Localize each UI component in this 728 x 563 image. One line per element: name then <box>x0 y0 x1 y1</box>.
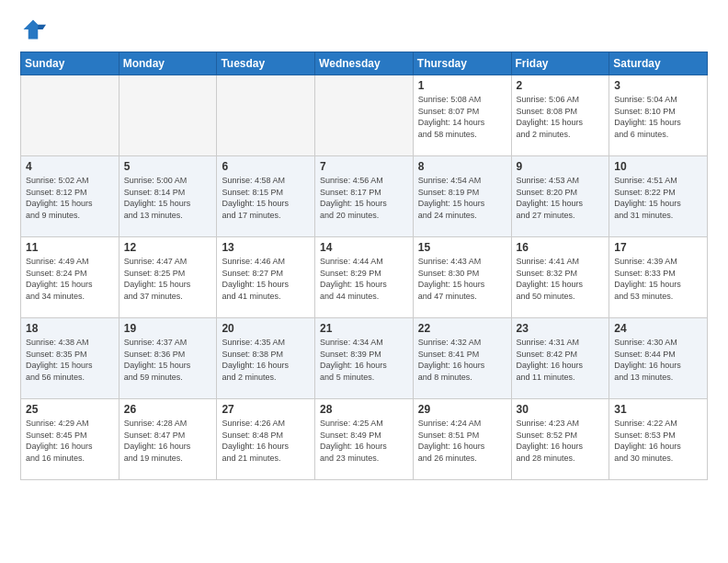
day-header-sunday: Sunday <box>21 52 119 75</box>
calendar-cell: 10Sunrise: 4:51 AM Sunset: 8:22 PM Dayli… <box>609 156 708 237</box>
day-number: 30 <box>517 403 605 416</box>
calendar-cell: 28Sunrise: 4:25 AM Sunset: 8:49 PM Dayli… <box>315 399 414 480</box>
day-info: Sunrise: 4:32 AM Sunset: 8:41 PM Dayligh… <box>418 337 506 383</box>
day-info: Sunrise: 4:28 AM Sunset: 8:47 PM Dayligh… <box>124 418 212 464</box>
calendar-cell: 25Sunrise: 4:29 AM Sunset: 8:45 PM Dayli… <box>21 399 119 480</box>
day-number: 5 <box>124 160 212 173</box>
logo <box>20 17 50 42</box>
day-info: Sunrise: 4:34 AM Sunset: 8:39 PM Dayligh… <box>320 337 408 383</box>
calendar-week-4: 18Sunrise: 4:38 AM Sunset: 8:35 PM Dayli… <box>21 318 708 399</box>
day-number: 2 <box>517 79 605 92</box>
day-info: Sunrise: 4:41 AM Sunset: 8:32 PM Dayligh… <box>517 256 605 302</box>
day-info: Sunrise: 4:37 AM Sunset: 8:36 PM Dayligh… <box>124 337 212 383</box>
day-info: Sunrise: 4:39 AM Sunset: 8:33 PM Dayligh… <box>614 256 702 302</box>
day-number: 29 <box>418 403 506 416</box>
day-number: 26 <box>124 403 212 416</box>
day-number: 11 <box>26 241 114 254</box>
calendar-cell <box>217 75 315 156</box>
calendar-cell: 8Sunrise: 4:54 AM Sunset: 8:19 PM Daylig… <box>413 156 511 237</box>
day-info: Sunrise: 4:35 AM Sunset: 8:38 PM Dayligh… <box>222 337 310 383</box>
calendar-week-5: 25Sunrise: 4:29 AM Sunset: 8:45 PM Dayli… <box>21 399 708 480</box>
calendar-cell: 27Sunrise: 4:26 AM Sunset: 8:48 PM Dayli… <box>217 399 315 480</box>
calendar-cell: 21Sunrise: 4:34 AM Sunset: 8:39 PM Dayli… <box>315 318 414 399</box>
day-number: 8 <box>418 160 506 173</box>
day-number: 23 <box>517 322 605 335</box>
day-number: 7 <box>320 160 408 173</box>
day-number: 10 <box>614 160 702 173</box>
day-info: Sunrise: 4:56 AM Sunset: 8:17 PM Dayligh… <box>320 175 408 221</box>
day-number: 9 <box>517 160 605 173</box>
day-info: Sunrise: 4:43 AM Sunset: 8:30 PM Dayligh… <box>418 256 506 302</box>
calendar-week-2: 4Sunrise: 5:02 AM Sunset: 8:12 PM Daylig… <box>21 156 708 237</box>
calendar-cell: 2Sunrise: 5:06 AM Sunset: 8:08 PM Daylig… <box>511 75 609 156</box>
day-number: 31 <box>614 403 702 416</box>
logo-icon <box>20 17 46 42</box>
calendar-cell: 15Sunrise: 4:43 AM Sunset: 8:30 PM Dayli… <box>413 237 511 318</box>
day-info: Sunrise: 4:53 AM Sunset: 8:20 PM Dayligh… <box>517 175 605 221</box>
calendar-cell <box>21 75 119 156</box>
calendar-cell: 29Sunrise: 4:24 AM Sunset: 8:51 PM Dayli… <box>413 399 511 480</box>
day-info: Sunrise: 5:00 AM Sunset: 8:14 PM Dayligh… <box>124 175 212 221</box>
calendar-cell: 17Sunrise: 4:39 AM Sunset: 8:33 PM Dayli… <box>609 237 708 318</box>
calendar-header-row: SundayMondayTuesdayWednesdayThursdayFrid… <box>21 52 708 75</box>
day-info: Sunrise: 4:23 AM Sunset: 8:52 PM Dayligh… <box>517 418 605 464</box>
day-info: Sunrise: 4:51 AM Sunset: 8:22 PM Dayligh… <box>614 175 702 221</box>
day-number: 16 <box>517 241 605 254</box>
calendar-cell: 16Sunrise: 4:41 AM Sunset: 8:32 PM Dayli… <box>511 237 609 318</box>
calendar-cell: 26Sunrise: 4:28 AM Sunset: 8:47 PM Dayli… <box>119 399 217 480</box>
day-info: Sunrise: 4:22 AM Sunset: 8:53 PM Dayligh… <box>614 418 702 464</box>
header <box>20 17 708 42</box>
calendar-cell: 13Sunrise: 4:46 AM Sunset: 8:27 PM Dayli… <box>217 237 315 318</box>
day-info: Sunrise: 4:38 AM Sunset: 8:35 PM Dayligh… <box>26 337 114 383</box>
day-info: Sunrise: 4:44 AM Sunset: 8:29 PM Dayligh… <box>320 256 408 302</box>
calendar-cell: 1Sunrise: 5:08 AM Sunset: 8:07 PM Daylig… <box>413 75 511 156</box>
calendar-cell: 7Sunrise: 4:56 AM Sunset: 8:17 PM Daylig… <box>315 156 414 237</box>
calendar-table: SundayMondayTuesdayWednesdayThursdayFrid… <box>20 52 708 480</box>
day-number: 28 <box>320 403 408 416</box>
calendar-week-1: 1Sunrise: 5:08 AM Sunset: 8:07 PM Daylig… <box>21 75 708 156</box>
day-number: 24 <box>614 322 702 335</box>
calendar-cell: 22Sunrise: 4:32 AM Sunset: 8:41 PM Dayli… <box>413 318 511 399</box>
day-header-monday: Monday <box>119 52 217 75</box>
day-info: Sunrise: 4:24 AM Sunset: 8:51 PM Dayligh… <box>418 418 506 464</box>
day-info: Sunrise: 4:46 AM Sunset: 8:27 PM Dayligh… <box>222 256 310 302</box>
day-number: 25 <box>26 403 114 416</box>
calendar-cell <box>119 75 217 156</box>
day-number: 15 <box>418 241 506 254</box>
day-info: Sunrise: 4:49 AM Sunset: 8:24 PM Dayligh… <box>26 256 114 302</box>
calendar-cell: 19Sunrise: 4:37 AM Sunset: 8:36 PM Dayli… <box>119 318 217 399</box>
page: SundayMondayTuesdayWednesdayThursdayFrid… <box>0 0 728 563</box>
day-info: Sunrise: 5:04 AM Sunset: 8:10 PM Dayligh… <box>614 94 702 140</box>
day-number: 12 <box>124 241 212 254</box>
calendar-cell: 24Sunrise: 4:30 AM Sunset: 8:44 PM Dayli… <box>609 318 708 399</box>
day-info: Sunrise: 4:58 AM Sunset: 8:15 PM Dayligh… <box>222 175 310 221</box>
calendar-cell: 3Sunrise: 5:04 AM Sunset: 8:10 PM Daylig… <box>609 75 708 156</box>
day-info: Sunrise: 4:47 AM Sunset: 8:25 PM Dayligh… <box>124 256 212 302</box>
day-header-wednesday: Wednesday <box>315 52 414 75</box>
day-number: 27 <box>222 403 310 416</box>
day-number: 14 <box>320 241 408 254</box>
calendar-cell: 31Sunrise: 4:22 AM Sunset: 8:53 PM Dayli… <box>609 399 708 480</box>
day-number: 4 <box>26 160 114 173</box>
day-header-tuesday: Tuesday <box>217 52 315 75</box>
day-info: Sunrise: 4:29 AM Sunset: 8:45 PM Dayligh… <box>26 418 114 464</box>
calendar-cell: 20Sunrise: 4:35 AM Sunset: 8:38 PM Dayli… <box>217 318 315 399</box>
calendar-cell: 14Sunrise: 4:44 AM Sunset: 8:29 PM Dayli… <box>315 237 414 318</box>
calendar-cell: 6Sunrise: 4:58 AM Sunset: 8:15 PM Daylig… <box>217 156 315 237</box>
day-number: 1 <box>418 79 506 92</box>
day-header-thursday: Thursday <box>413 52 511 75</box>
day-info: Sunrise: 5:08 AM Sunset: 8:07 PM Dayligh… <box>418 94 506 140</box>
calendar-week-3: 11Sunrise: 4:49 AM Sunset: 8:24 PM Dayli… <box>21 237 708 318</box>
day-info: Sunrise: 5:06 AM Sunset: 8:08 PM Dayligh… <box>517 94 605 140</box>
calendar-cell: 9Sunrise: 4:53 AM Sunset: 8:20 PM Daylig… <box>511 156 609 237</box>
svg-marker-1 <box>38 25 46 29</box>
day-info: Sunrise: 4:26 AM Sunset: 8:48 PM Dayligh… <box>222 418 310 464</box>
calendar-cell: 12Sunrise: 4:47 AM Sunset: 8:25 PM Dayli… <box>119 237 217 318</box>
day-number: 3 <box>614 79 702 92</box>
calendar-cell: 23Sunrise: 4:31 AM Sunset: 8:42 PM Dayli… <box>511 318 609 399</box>
day-header-saturday: Saturday <box>609 52 708 75</box>
calendar-cell: 4Sunrise: 5:02 AM Sunset: 8:12 PM Daylig… <box>21 156 119 237</box>
day-number: 6 <box>222 160 310 173</box>
day-number: 17 <box>614 241 702 254</box>
day-number: 21 <box>320 322 408 335</box>
